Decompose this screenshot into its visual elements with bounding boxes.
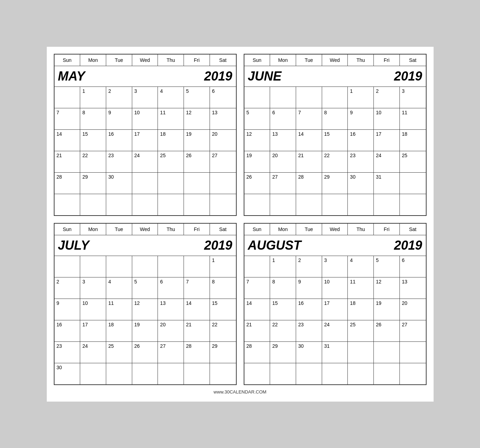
month-name-may-2019: MAY (58, 69, 85, 84)
list-item: 13 (270, 130, 296, 151)
table-row: 21222324252627 (55, 151, 236, 173)
list-item: 8 (322, 108, 348, 129)
day-names-row-july-2019: SunMonTueWedThuFriSat (55, 224, 236, 235)
table-row: 30 (55, 363, 236, 384)
list-item: 14 (184, 299, 210, 320)
list-item: 25 (158, 151, 184, 172)
weeks-august-2019: 1234567891011121314151617181920212223242… (244, 256, 426, 384)
list-item (132, 256, 158, 277)
list-item: 13 (210, 108, 236, 129)
list-item (184, 256, 210, 277)
list-item: 21 (244, 320, 270, 341)
list-item (158, 256, 184, 277)
list-item (106, 363, 132, 384)
day-name-tue: Tue (106, 55, 132, 66)
list-item: 16 (106, 130, 132, 151)
list-item: 1 (348, 87, 374, 108)
list-item (184, 363, 210, 384)
list-item (374, 363, 400, 384)
list-item: 26 (184, 151, 210, 172)
list-item (270, 87, 296, 108)
list-item: 24 (132, 151, 158, 172)
list-item (184, 173, 210, 194)
list-item: 23 (296, 320, 322, 341)
list-item: 26 (132, 342, 158, 363)
list-item: 23 (106, 151, 132, 172)
list-item: 15 (210, 299, 236, 320)
list-item: 25 (348, 320, 374, 341)
table-row: 78910111213 (55, 108, 236, 130)
list-item: 3 (400, 87, 426, 108)
list-item: 14 (244, 299, 270, 320)
list-item (55, 256, 81, 277)
list-item (400, 342, 426, 363)
year-name-june-2019: 2019 (394, 69, 422, 84)
table-row: 9101112131415 (55, 299, 236, 320)
list-item: 3 (322, 256, 348, 277)
table-row: 14151617181920 (55, 130, 236, 151)
day-names-row-august-2019: SunMonTueWedThuFriSat (244, 224, 426, 235)
list-item (210, 363, 236, 384)
weeks-may-2019: 1234567891011121314151617181920212223242… (55, 87, 236, 215)
day-name-mon: Mon (270, 55, 296, 66)
list-item: 3 (132, 87, 158, 108)
list-item: 7 (296, 108, 322, 129)
day-name-wed: Wed (322, 55, 348, 66)
list-item: 9 (106, 108, 132, 129)
list-item: 8 (270, 277, 296, 299)
list-item: 12 (374, 277, 400, 299)
list-item (400, 194, 426, 215)
table-row: 282930 (55, 173, 236, 194)
list-item: 13 (400, 277, 426, 299)
list-item: 6 (270, 108, 296, 129)
list-item: 14 (296, 130, 322, 151)
day-name-fri: Fri (184, 55, 210, 66)
day-name-sun: Sun (244, 55, 270, 66)
list-item (270, 194, 296, 215)
list-item: 15 (270, 299, 296, 320)
list-item: 30 (55, 363, 81, 384)
list-item (348, 194, 374, 215)
footer-url: www.30CALENDAR.COM (213, 389, 266, 395)
list-item: 27 (270, 173, 296, 194)
table-row (55, 194, 236, 215)
list-item: 10 (374, 108, 400, 129)
list-item: 1 (80, 87, 106, 108)
list-item: 6 (158, 277, 184, 299)
list-item: 21 (55, 151, 81, 172)
list-item: 10 (322, 277, 348, 299)
list-item: 2 (374, 87, 400, 108)
list-item: 9 (348, 108, 374, 129)
weeks-june-2019: 1235678910111213141516171819202122232425… (244, 87, 426, 215)
month-title-row-may-2019: MAY2019 (55, 66, 236, 87)
list-item (80, 256, 106, 277)
list-item: 18 (348, 299, 374, 320)
list-item: 8 (210, 277, 236, 299)
day-name-thu: Thu (158, 55, 184, 66)
list-item: 24 (80, 342, 106, 363)
list-item (210, 194, 236, 215)
table-row: 23242526272829 (55, 342, 236, 363)
year-name-august-2019: 2019 (394, 238, 422, 253)
list-item: 23 (55, 342, 81, 363)
list-item: 4 (106, 277, 132, 299)
list-item (400, 363, 426, 384)
year-name-july-2019: 2019 (204, 238, 232, 253)
list-item: 28 (296, 173, 322, 194)
list-item (322, 87, 348, 108)
list-item (55, 194, 81, 215)
list-item (80, 194, 106, 215)
list-item: 29 (322, 173, 348, 194)
day-name-fri: Fri (374, 224, 400, 235)
list-item: 1 (270, 256, 296, 277)
list-item (210, 173, 236, 194)
footer: www.30CALENDAR.COM (54, 389, 427, 395)
list-item: 7 (55, 108, 81, 129)
list-item: 20 (270, 151, 296, 172)
day-name-tue: Tue (296, 55, 322, 66)
month-name-august-2019: AUGUST (248, 238, 301, 253)
list-item: 16 (296, 299, 322, 320)
list-item: 8 (80, 108, 106, 129)
month-title-row-july-2019: JULY2019 (55, 235, 236, 256)
list-item: 22 (270, 320, 296, 341)
